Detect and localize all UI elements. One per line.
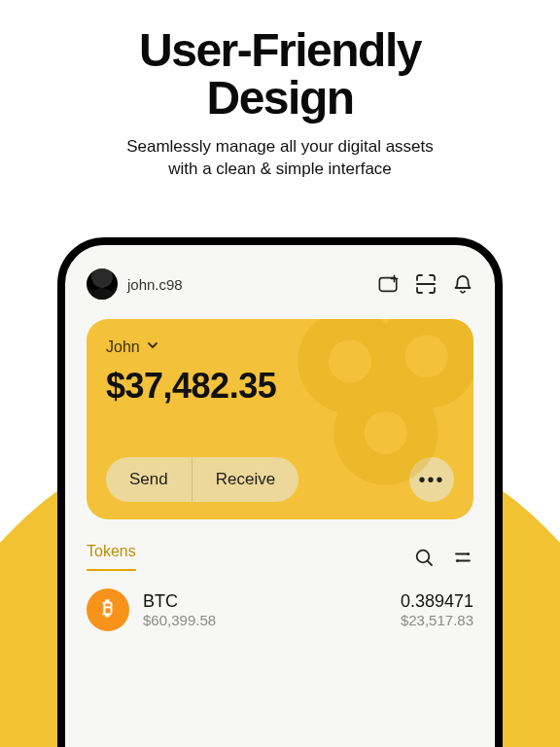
- balance-card: John $37,482.35 Send Receive •••: [87, 319, 473, 519]
- svg-text:₿: ₿: [102, 598, 113, 619]
- filter-icon[interactable]: [452, 547, 473, 568]
- hero: User-Friendly Design Seamlessly manage a…: [0, 0, 560, 181]
- chevron-down-icon: [146, 338, 159, 356]
- receive-button[interactable]: Receive: [192, 457, 298, 502]
- scan-icon[interactable]: [415, 273, 437, 295]
- topbar: john.c98: [87, 268, 473, 300]
- token-value: $23,517.83: [401, 612, 473, 628]
- add-card-icon[interactable]: [378, 273, 400, 295]
- hero-sub-line2: with a clean & simple interface: [168, 160, 392, 178]
- tab-tokens[interactable]: Tokens: [87, 543, 136, 571]
- token-symbol: BTC: [143, 591, 216, 612]
- card-decoration: [289, 319, 473, 494]
- topbar-actions: [378, 273, 473, 295]
- send-button[interactable]: Send: [106, 457, 192, 502]
- svg-point-3: [349, 396, 423, 470]
- token-amount: 0.389471: [401, 591, 473, 612]
- user-pill[interactable]: john.c98: [87, 268, 183, 300]
- svg-point-5: [467, 551, 470, 554]
- phone-frame: john.c98: [57, 237, 503, 747]
- hero-title: User-Friendly Design: [39, 27, 521, 123]
- username: john.c98: [127, 276, 183, 293]
- hero-sub-line1: Seamlessly manage all your digital asset…: [126, 137, 434, 156]
- search-icon[interactable]: [413, 547, 435, 568]
- tokens-section-head: Tokens: [87, 543, 473, 571]
- avatar: [87, 268, 118, 300]
- hero-title-line2: Design: [206, 72, 353, 124]
- hero-title-line1: User-Friendly: [139, 24, 421, 76]
- hero-subtitle: Seamlessly manage all your digital asset…: [39, 136, 521, 181]
- token-price: $60,399.58: [143, 612, 216, 628]
- send-receive-group: Send Receive: [106, 457, 298, 502]
- account-name: John: [106, 338, 140, 356]
- token-row[interactable]: ₿ BTC $60,399.58 0.389471 $23,517.83: [87, 588, 473, 631]
- bell-icon[interactable]: [452, 273, 473, 295]
- svg-point-6: [456, 558, 459, 561]
- svg-point-2: [390, 319, 464, 393]
- btc-icon: ₿: [87, 588, 129, 631]
